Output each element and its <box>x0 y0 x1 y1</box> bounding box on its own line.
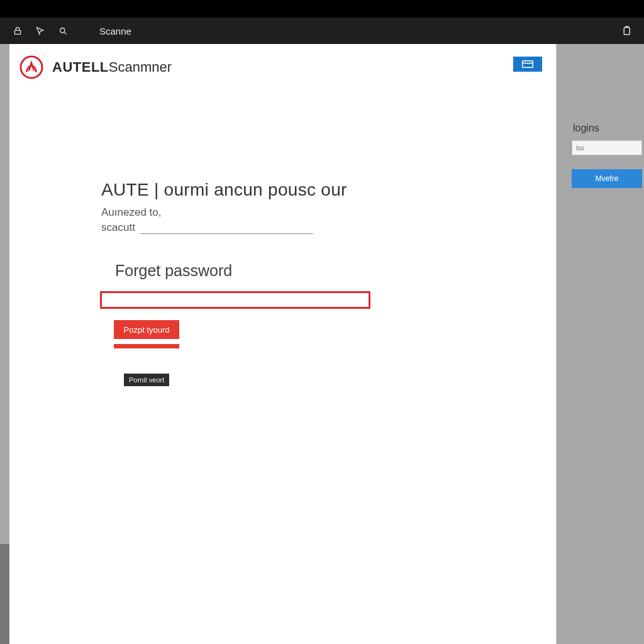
pointer-icon[interactable] <box>29 19 52 42</box>
page-heading: AUTE | ourmi ancun pousc our <box>101 180 556 200</box>
brand-header: AUTELLScanmner <box>9 44 556 86</box>
subtext-row: scacutt <box>101 220 556 234</box>
subtext-line-1: Auınezed to, <box>101 206 556 219</box>
forget-password-title: Forget password <box>115 262 556 280</box>
toolbar: Scanne <box>0 18 644 44</box>
search-icon[interactable] <box>52 19 74 42</box>
logins-panel: logins Mvefre <box>569 123 644 188</box>
svg-point-1 <box>60 28 65 33</box>
card-action-button[interactable] <box>513 57 542 72</box>
accent-bar <box>114 344 179 348</box>
tab-label[interactable]: Scanne <box>99 26 131 36</box>
lock-icon[interactable] <box>6 19 29 42</box>
footer-badge[interactable]: Pornit veort <box>124 374 169 386</box>
logins-title: logins <box>569 123 644 134</box>
window-titlebar: Scanne <box>0 0 644 44</box>
logins-submit-button[interactable]: Mvefre <box>572 169 642 188</box>
main-panel: AUTELLScanmner AUTE | ourmi ancun pousc … <box>9 44 557 644</box>
svg-point-3 <box>21 57 42 78</box>
svg-rect-2 <box>624 28 630 35</box>
clipboard-icon[interactable] <box>615 19 638 42</box>
content-area: AUTE | ourmi ancun pousc our Auınezed to… <box>9 86 556 386</box>
svg-rect-0 <box>14 30 20 34</box>
left-edge-strip <box>0 544 9 644</box>
forget-password-input[interactable] <box>100 291 370 309</box>
svg-rect-4 <box>523 61 533 68</box>
brand-title: AUTELLScanmner <box>52 59 172 75</box>
brand-logo-icon <box>19 55 43 79</box>
inline-input[interactable] <box>140 220 313 234</box>
subtext-line-2: scacutt <box>101 221 135 234</box>
forget-password-button[interactable]: Pozpt tyourd <box>114 320 179 339</box>
logins-input[interactable] <box>572 140 642 155</box>
